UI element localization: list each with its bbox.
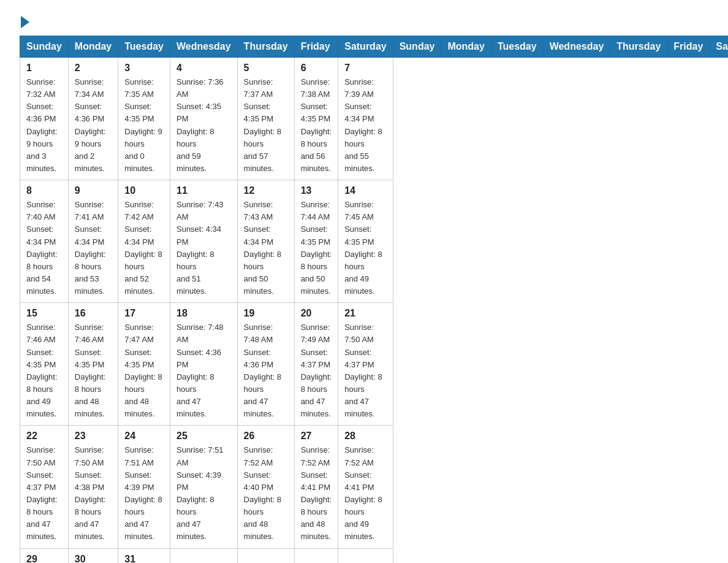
day-info: Sunrise: 7:39 AMSunset: 4:34 PMDaylight:… xyxy=(344,77,382,173)
day-info: Sunrise: 7:49 AMSunset: 4:37 PMDaylight:… xyxy=(301,323,332,418)
calendar-cell: 15 Sunrise: 7:46 AMSunset: 4:35 PMDaylig… xyxy=(20,303,69,426)
day-of-week-header: Thursday xyxy=(237,36,294,58)
day-of-week-header: Wednesday xyxy=(170,36,237,58)
day-number: 17 xyxy=(124,308,164,319)
day-info: Sunrise: 7:37 AMSunset: 4:35 PMDaylight:… xyxy=(244,77,281,173)
day-number: 5 xyxy=(244,63,288,74)
day-number: 6 xyxy=(301,63,332,74)
calendar-cell: 11 Sunrise: 7:43 AMSunset: 4:34 PMDaylig… xyxy=(170,180,237,303)
day-number: 19 xyxy=(244,308,288,319)
day-info: Sunrise: 7:50 AMSunset: 4:37 PMDaylight:… xyxy=(344,323,382,418)
day-number: 18 xyxy=(176,308,231,319)
day-of-week-header: Monday xyxy=(68,36,118,58)
day-info: Sunrise: 7:50 AMSunset: 4:38 PMDaylight:… xyxy=(75,445,106,541)
calendar-cell: 7 Sunrise: 7:39 AMSunset: 4:34 PMDayligh… xyxy=(338,58,393,180)
day-number: 22 xyxy=(26,431,62,442)
calendar-cell: 4 Sunrise: 7:36 AMSunset: 4:35 PMDayligh… xyxy=(170,58,237,180)
day-of-week-header: Saturday xyxy=(338,36,393,58)
day-info: Sunrise: 7:34 AMSunset: 4:36 PMDaylight:… xyxy=(75,77,106,173)
day-info: Sunrise: 7:48 AMSunset: 4:36 PMDaylight:… xyxy=(244,323,281,418)
day-number: 25 xyxy=(176,431,231,442)
day-of-week-header: Friday xyxy=(294,36,338,58)
day-of-week-thursday: Thursday xyxy=(610,36,667,58)
calendar-cell: 27 Sunrise: 7:52 AMSunset: 4:41 PMDaylig… xyxy=(294,426,338,548)
day-info: Sunrise: 7:40 AMSunset: 4:34 PMDaylight:… xyxy=(26,200,58,296)
day-info: Sunrise: 7:42 AMSunset: 4:34 PMDaylight:… xyxy=(124,200,162,296)
calendar-cell: 6 Sunrise: 7:38 AMSunset: 4:35 PMDayligh… xyxy=(294,58,338,180)
calendar-cell: 9 Sunrise: 7:41 AMSunset: 4:34 PMDayligh… xyxy=(68,180,118,303)
day-of-week-friday: Friday xyxy=(667,36,710,58)
day-info: Sunrise: 7:43 AMSunset: 4:34 PMDaylight:… xyxy=(244,200,281,296)
calendar-week-row: 8 Sunrise: 7:40 AMSunset: 4:34 PMDayligh… xyxy=(20,180,729,303)
day-number: 14 xyxy=(344,185,386,196)
calendar-cell: 13 Sunrise: 7:44 AMSunset: 4:35 PMDaylig… xyxy=(294,180,338,303)
day-number: 7 xyxy=(344,63,386,74)
day-number: 26 xyxy=(244,431,288,442)
day-info: Sunrise: 7:44 AMSunset: 4:35 PMDaylight:… xyxy=(301,200,332,296)
calendar-cell: 29 Sunrise: 7:52 AMSunset: 4:42 PMDaylig… xyxy=(20,548,69,563)
day-number: 28 xyxy=(344,431,386,442)
calendar-week-row: 15 Sunrise: 7:46 AMSunset: 4:35 PMDaylig… xyxy=(20,303,729,426)
day-of-week-tuesday: Tuesday xyxy=(491,36,543,58)
day-of-week-monday: Monday xyxy=(441,36,491,58)
calendar-cell: 2 Sunrise: 7:34 AMSunset: 4:36 PMDayligh… xyxy=(68,58,118,180)
calendar-cell: 24 Sunrise: 7:51 AMSunset: 4:39 PMDaylig… xyxy=(118,426,170,548)
days-of-week-row: SundayMondayTuesdayWednesdayThursdayFrid… xyxy=(20,36,729,58)
calendar-cell: 31 Sunrise: 7:53 AMSunset: 4:44 PMDaylig… xyxy=(118,548,170,563)
day-info: Sunrise: 7:43 AMSunset: 4:34 PMDaylight:… xyxy=(176,200,224,296)
calendar-cell: 23 Sunrise: 7:50 AMSunset: 4:38 PMDaylig… xyxy=(68,426,118,548)
day-number: 31 xyxy=(124,554,164,564)
calendar-cell: 16 Sunrise: 7:46 AMSunset: 4:35 PMDaylig… xyxy=(68,303,118,426)
day-number: 3 xyxy=(124,63,164,74)
calendar-cell: 30 Sunrise: 7:52 AMSunset: 4:43 PMDaylig… xyxy=(68,548,118,563)
calendar-cell: 18 Sunrise: 7:48 AMSunset: 4:36 PMDaylig… xyxy=(170,303,237,426)
calendar-cell xyxy=(338,548,393,563)
day-number: 16 xyxy=(75,308,112,319)
day-number: 13 xyxy=(301,185,332,196)
calendar-cell: 8 Sunrise: 7:40 AMSunset: 4:34 PMDayligh… xyxy=(20,180,69,303)
day-number: 23 xyxy=(75,431,112,442)
day-number: 15 xyxy=(26,308,62,319)
logo-arrow-icon xyxy=(21,16,29,28)
calendar-week-row: 1 Sunrise: 7:32 AMSunset: 4:36 PMDayligh… xyxy=(20,58,729,180)
day-info: Sunrise: 7:51 AMSunset: 4:39 PMDaylight:… xyxy=(176,445,224,541)
day-of-week-saturday: Saturday xyxy=(710,36,728,58)
calendar-cell: 25 Sunrise: 7:51 AMSunset: 4:39 PMDaylig… xyxy=(170,426,237,548)
calendar-cell xyxy=(170,548,237,563)
day-info: Sunrise: 7:46 AMSunset: 4:35 PMDaylight:… xyxy=(26,323,58,418)
day-info: Sunrise: 7:46 AMSunset: 4:35 PMDaylight:… xyxy=(75,323,106,418)
day-number: 1 xyxy=(26,63,62,74)
day-info: Sunrise: 7:32 AMSunset: 4:36 PMDaylight:… xyxy=(26,77,58,173)
day-number: 24 xyxy=(124,431,164,442)
calendar-cell: 14 Sunrise: 7:45 AMSunset: 4:35 PMDaylig… xyxy=(338,180,393,303)
calendar-cell: 3 Sunrise: 7:35 AMSunset: 4:35 PMDayligh… xyxy=(118,58,170,180)
day-number: 9 xyxy=(75,185,112,196)
calendar-table: SundayMondayTuesdayWednesdayThursdayFrid… xyxy=(20,36,728,563)
calendar-cell: 5 Sunrise: 7:37 AMSunset: 4:35 PMDayligh… xyxy=(237,58,294,180)
calendar-cell xyxy=(237,548,294,563)
calendar-week-row: 29 Sunrise: 7:52 AMSunset: 4:42 PMDaylig… xyxy=(20,548,729,563)
calendar-cell: 17 Sunrise: 7:47 AMSunset: 4:35 PMDaylig… xyxy=(118,303,170,426)
day-info: Sunrise: 7:52 AMSunset: 4:40 PMDaylight:… xyxy=(244,445,281,541)
day-number: 10 xyxy=(124,185,164,196)
day-of-week-sunday: Sunday xyxy=(393,36,441,58)
logo xyxy=(20,15,29,26)
day-info: Sunrise: 7:50 AMSunset: 4:37 PMDaylight:… xyxy=(26,445,58,541)
day-info: Sunrise: 7:47 AMSunset: 4:35 PMDaylight:… xyxy=(124,323,162,418)
page-header xyxy=(20,15,708,26)
calendar-cell: 12 Sunrise: 7:43 AMSunset: 4:34 PMDaylig… xyxy=(237,180,294,303)
day-info: Sunrise: 7:52 AMSunset: 4:41 PMDaylight:… xyxy=(301,445,332,541)
day-info: Sunrise: 7:41 AMSunset: 4:34 PMDaylight:… xyxy=(75,200,106,296)
calendar-cell: 20 Sunrise: 7:49 AMSunset: 4:37 PMDaylig… xyxy=(294,303,338,426)
calendar-cell: 10 Sunrise: 7:42 AMSunset: 4:34 PMDaylig… xyxy=(118,180,170,303)
day-of-week-header: Tuesday xyxy=(118,36,170,58)
calendar-cell: 22 Sunrise: 7:50 AMSunset: 4:37 PMDaylig… xyxy=(20,426,69,548)
day-number: 8 xyxy=(26,185,62,196)
day-number: 4 xyxy=(176,63,231,74)
day-info: Sunrise: 7:35 AMSunset: 4:35 PMDaylight:… xyxy=(124,77,162,173)
day-number: 11 xyxy=(176,185,231,196)
day-info: Sunrise: 7:52 AMSunset: 4:41 PMDaylight:… xyxy=(344,445,382,541)
day-info: Sunrise: 7:48 AMSunset: 4:36 PMDaylight:… xyxy=(176,323,224,418)
day-of-week-wednesday: Wednesday xyxy=(543,36,610,58)
calendar-cell: 19 Sunrise: 7:48 AMSunset: 4:36 PMDaylig… xyxy=(237,303,294,426)
